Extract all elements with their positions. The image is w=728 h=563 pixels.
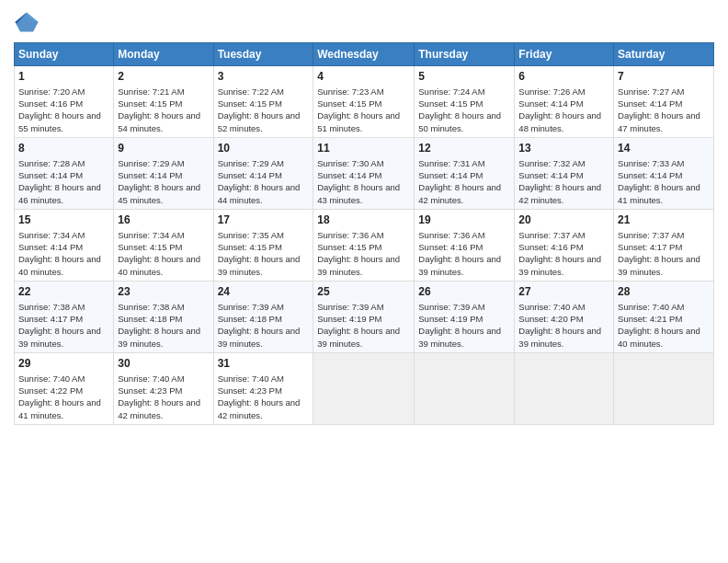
day-number: 22 bbox=[18, 284, 109, 300]
day-number: 10 bbox=[218, 141, 310, 156]
day-number: 18 bbox=[317, 213, 410, 228]
calendar-day-header: Wednesday bbox=[313, 43, 415, 66]
day-number: 2 bbox=[118, 69, 209, 85]
day-number: 9 bbox=[118, 141, 209, 156]
day-number: 27 bbox=[518, 284, 609, 300]
day-number: 31 bbox=[218, 356, 310, 372]
day-number: 4 bbox=[317, 69, 410, 85]
calendar-cell: 10Sunrise: 7:29 AMSunset: 4:14 PMDayligh… bbox=[213, 137, 313, 209]
day-number: 26 bbox=[418, 284, 510, 300]
calendar-week-row: 8Sunrise: 7:28 AMSunset: 4:14 PMDaylight… bbox=[15, 137, 714, 209]
calendar-cell: 23Sunrise: 7:38 AMSunset: 4:18 PMDayligh… bbox=[114, 281, 213, 352]
calendar-cell bbox=[313, 352, 415, 424]
calendar-cell: 21Sunrise: 7:37 AMSunset: 4:17 PMDayligh… bbox=[614, 209, 714, 281]
calendar-cell: 18Sunrise: 7:36 AMSunset: 4:15 PMDayligh… bbox=[313, 209, 415, 281]
day-number: 23 bbox=[118, 284, 209, 300]
calendar-cell: 8Sunrise: 7:28 AMSunset: 4:14 PMDaylight… bbox=[15, 137, 114, 209]
calendar-cell bbox=[614, 352, 714, 424]
calendar-cell: 16Sunrise: 7:34 AMSunset: 4:15 PMDayligh… bbox=[114, 209, 213, 281]
calendar-cell: 24Sunrise: 7:39 AMSunset: 4:18 PMDayligh… bbox=[213, 281, 313, 352]
day-number: 30 bbox=[118, 356, 209, 372]
header bbox=[14, 9, 714, 35]
calendar-table: SundayMondayTuesdayWednesdayThursdayFrid… bbox=[14, 42, 714, 425]
calendar-cell: 3Sunrise: 7:22 AMSunset: 4:15 PMDaylight… bbox=[213, 66, 313, 138]
day-number: 5 bbox=[418, 69, 510, 85]
day-number: 29 bbox=[18, 356, 109, 372]
day-number: 3 bbox=[218, 69, 310, 85]
day-number: 19 bbox=[418, 213, 510, 228]
day-number: 16 bbox=[118, 213, 209, 228]
day-number: 12 bbox=[418, 141, 510, 156]
day-number: 8 bbox=[18, 141, 109, 156]
calendar-week-row: 15Sunrise: 7:34 AMSunset: 4:14 PMDayligh… bbox=[15, 209, 714, 281]
day-number: 14 bbox=[618, 141, 710, 156]
day-number: 11 bbox=[317, 141, 410, 156]
calendar-week-row: 29Sunrise: 7:40 AMSunset: 4:22 PMDayligh… bbox=[15, 352, 714, 424]
calendar-body: 1Sunrise: 7:20 AMSunset: 4:16 PMDaylight… bbox=[15, 66, 714, 425]
calendar-cell: 25Sunrise: 7:39 AMSunset: 4:19 PMDayligh… bbox=[313, 281, 415, 352]
calendar-cell: 22Sunrise: 7:38 AMSunset: 4:17 PMDayligh… bbox=[15, 281, 114, 352]
calendar-cell: 14Sunrise: 7:33 AMSunset: 4:14 PMDayligh… bbox=[614, 137, 714, 209]
day-number: 7 bbox=[618, 69, 710, 85]
calendar-week-row: 22Sunrise: 7:38 AMSunset: 4:17 PMDayligh… bbox=[15, 281, 714, 352]
calendar-day-header: Monday bbox=[114, 43, 213, 66]
calendar-day-header: Saturday bbox=[614, 43, 714, 66]
calendar-cell: 7Sunrise: 7:27 AMSunset: 4:14 PMDaylight… bbox=[614, 66, 714, 138]
day-number: 15 bbox=[18, 213, 109, 228]
calendar-cell: 31Sunrise: 7:40 AMSunset: 4:23 PMDayligh… bbox=[213, 352, 313, 424]
day-number: 20 bbox=[518, 213, 609, 228]
calendar-header-row: SundayMondayTuesdayWednesdayThursdayFrid… bbox=[15, 43, 714, 66]
calendar-cell: 5Sunrise: 7:24 AMSunset: 4:15 PMDaylight… bbox=[415, 66, 515, 138]
calendar-cell: 26Sunrise: 7:39 AMSunset: 4:19 PMDayligh… bbox=[415, 281, 515, 352]
calendar-cell bbox=[415, 352, 515, 424]
page: SundayMondayTuesdayWednesdayThursdayFrid… bbox=[0, 0, 728, 563]
calendar-cell: 19Sunrise: 7:36 AMSunset: 4:16 PMDayligh… bbox=[415, 209, 515, 281]
day-number: 24 bbox=[218, 284, 310, 300]
calendar-day-header: Thursday bbox=[415, 43, 515, 66]
calendar-cell: 13Sunrise: 7:32 AMSunset: 4:14 PMDayligh… bbox=[515, 137, 614, 209]
calendar-cell: 27Sunrise: 7:40 AMSunset: 4:20 PMDayligh… bbox=[515, 281, 614, 352]
day-number: 1 bbox=[18, 69, 109, 85]
calendar-cell: 9Sunrise: 7:29 AMSunset: 4:14 PMDaylight… bbox=[114, 137, 213, 209]
calendar-cell: 1Sunrise: 7:20 AMSunset: 4:16 PMDaylight… bbox=[15, 66, 114, 138]
logo bbox=[14, 9, 43, 35]
calendar-cell: 30Sunrise: 7:40 AMSunset: 4:23 PMDayligh… bbox=[114, 352, 213, 424]
calendar-cell: 17Sunrise: 7:35 AMSunset: 4:15 PMDayligh… bbox=[213, 209, 313, 281]
day-number: 25 bbox=[317, 284, 410, 300]
calendar-cell: 2Sunrise: 7:21 AMSunset: 4:15 PMDaylight… bbox=[114, 66, 213, 138]
calendar-cell: 28Sunrise: 7:40 AMSunset: 4:21 PMDayligh… bbox=[614, 281, 714, 352]
day-number: 6 bbox=[518, 69, 609, 85]
calendar-day-header: Friday bbox=[515, 43, 614, 66]
calendar-cell: 6Sunrise: 7:26 AMSunset: 4:14 PMDaylight… bbox=[515, 66, 614, 138]
calendar-cell: 4Sunrise: 7:23 AMSunset: 4:15 PMDaylight… bbox=[313, 66, 415, 138]
calendar-day-header: Tuesday bbox=[213, 43, 313, 66]
calendar-day-header: Sunday bbox=[15, 43, 114, 66]
calendar-cell bbox=[515, 352, 614, 424]
day-number: 21 bbox=[618, 213, 710, 228]
calendar-cell: 11Sunrise: 7:30 AMSunset: 4:14 PMDayligh… bbox=[313, 137, 415, 209]
calendar-week-row: 1Sunrise: 7:20 AMSunset: 4:16 PMDaylight… bbox=[15, 66, 714, 138]
day-number: 17 bbox=[218, 213, 310, 228]
day-number: 28 bbox=[618, 284, 710, 300]
calendar-cell: 20Sunrise: 7:37 AMSunset: 4:16 PMDayligh… bbox=[515, 209, 614, 281]
calendar-cell: 29Sunrise: 7:40 AMSunset: 4:22 PMDayligh… bbox=[15, 352, 114, 424]
calendar-cell: 12Sunrise: 7:31 AMSunset: 4:14 PMDayligh… bbox=[415, 137, 515, 209]
logo-icon bbox=[14, 9, 40, 35]
calendar-cell: 15Sunrise: 7:34 AMSunset: 4:14 PMDayligh… bbox=[15, 209, 114, 281]
day-number: 13 bbox=[518, 141, 609, 156]
